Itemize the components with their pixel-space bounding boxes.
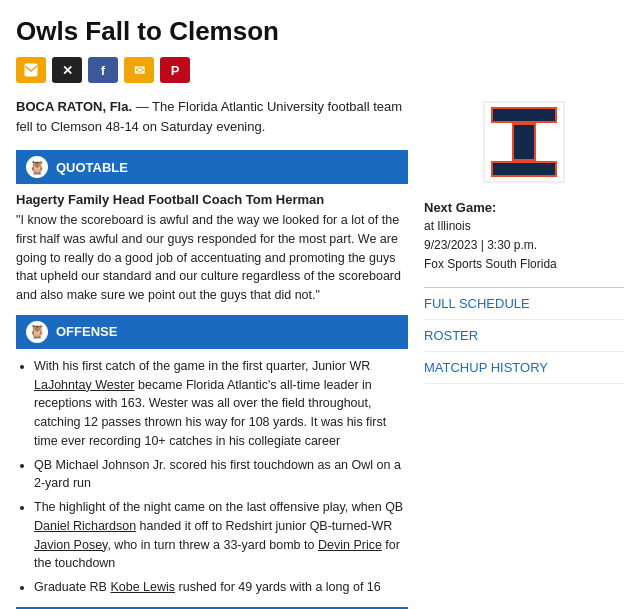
offense-bullet-4: Graduate RB Kobe Lewis rushed for 49 yar… — [34, 578, 408, 597]
share-email-button[interactable] — [16, 57, 46, 83]
sidebar-links: FULL SCHEDULE ROSTER MATCHUP HISTORY — [424, 287, 624, 384]
content-area: BOCA RATON, Fla. — The Florida Atlantic … — [16, 97, 624, 609]
owl-icon-offense: 🦉 — [26, 321, 48, 343]
quotable-speaker: Hagerty Family Head Football Coach Tom H… — [16, 192, 408, 207]
share-facebook-button[interactable]: f — [88, 57, 118, 83]
sidebar: Next Game: at Illinois 9/23/2023 | 3:30 … — [424, 97, 624, 609]
offense-bullets: With his first catch of the game in the … — [16, 357, 408, 597]
matchup-history-link[interactable]: MATCHUP HISTORY — [424, 352, 624, 384]
dateline-city: BOCA RATON, Fla. — [16, 99, 132, 114]
team-logo-area — [424, 97, 624, 190]
article-title: Owls Fall to Clemson — [16, 16, 624, 47]
full-schedule-link[interactable]: FULL SCHEDULE — [424, 288, 624, 320]
offense-header: 🦉 OFFENSE — [16, 315, 408, 349]
next-game-label: Next Game: — [424, 200, 624, 215]
next-game-date: 9/23/2023 | 3:30 p.m. — [424, 236, 624, 255]
quotable-header-label: QUOTABLE — [56, 160, 128, 175]
offense-bullet-2: QB Michael Johnson Jr. scored his first … — [34, 456, 408, 494]
main-column: BOCA RATON, Fla. — The Florida Atlantic … — [16, 97, 408, 609]
share-pinterest-button[interactable]: P — [160, 57, 190, 83]
quotable-header: 🦉 QUOTABLE — [16, 150, 408, 184]
svg-rect-6 — [514, 125, 534, 159]
next-game-opponent: at Illinois — [424, 217, 624, 236]
offense-bullet-3: The highlight of the night came on the l… — [34, 498, 408, 573]
svg-rect-0 — [25, 64, 37, 76]
share-bar: ✕ f ✉ P — [16, 57, 624, 83]
svg-rect-4 — [493, 109, 555, 121]
svg-rect-8 — [493, 163, 555, 175]
team-logo — [479, 97, 569, 187]
quotable-quote: "I know the scoreboard is awful and the … — [16, 211, 408, 305]
next-game-network: Fox Sports South Florida — [424, 255, 624, 274]
quotable-block: Hagerty Family Head Football Coach Tom H… — [16, 192, 408, 305]
intro-paragraph: BOCA RATON, Fla. — The Florida Atlantic … — [16, 97, 408, 136]
owl-icon-quotable: 🦉 — [26, 156, 48, 178]
offense-bullet-1: With his first catch of the game in the … — [34, 357, 408, 451]
share-mail-button[interactable]: ✉ — [124, 57, 154, 83]
share-x-button[interactable]: ✕ — [52, 57, 82, 83]
svg-rect-9 — [491, 107, 557, 109]
roster-link[interactable]: ROSTER — [424, 320, 624, 352]
offense-header-label: OFFENSE — [56, 324, 117, 339]
next-game-box: Next Game: at Illinois 9/23/2023 | 3:30 … — [424, 200, 624, 275]
svg-rect-10 — [491, 175, 557, 177]
